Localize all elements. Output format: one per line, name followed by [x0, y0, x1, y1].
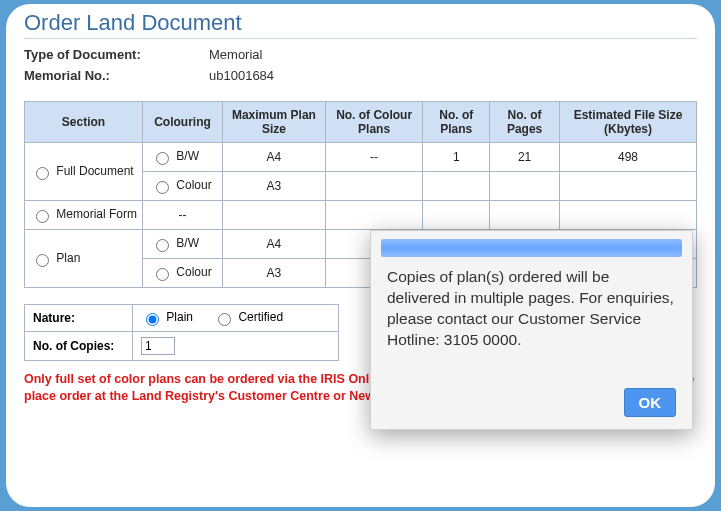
fulldoc-bw-size: 498 [560, 143, 697, 172]
options-table: Nature: Plain Certified No. of Copies: [24, 304, 339, 361]
meta-memno-row: Memorial No.: ub1001684 [24, 68, 697, 83]
fulldoc-bw-label: B/W [176, 149, 199, 163]
dialog-title-bar[interactable] [381, 239, 682, 257]
fulldoc-colour-size [560, 172, 697, 201]
fulldoc-colour-colour-plans [325, 172, 423, 201]
page-title: Order Land Document [24, 10, 697, 39]
meta-type-value: Memorial [209, 47, 262, 62]
plan-bw-label: B/W [176, 236, 199, 250]
order-land-document-panel: Order Land Document Type of Document: Me… [6, 4, 715, 507]
nature-plain-label: Plain [166, 310, 193, 324]
nature-plain-radio[interactable] [146, 313, 159, 326]
col-no-plans: No. of Plans [423, 102, 490, 143]
nature-label: Nature: [25, 305, 133, 332]
fulldoc-bw-plans: 1 [423, 143, 490, 172]
fulldoc-colour-radio[interactable] [156, 181, 169, 194]
col-no-colour-plans: No. of Colour Plans [325, 102, 423, 143]
section-memorial-form-label: Memorial Form [56, 207, 137, 221]
plan-colour-label: Colour [176, 265, 211, 279]
plan-bw-radio[interactable] [156, 239, 169, 252]
memform-plans [423, 201, 490, 230]
memform-colour-plans [325, 201, 423, 230]
memform-colouring: -- [143, 201, 223, 230]
section-full-document-label: Full Document [56, 164, 133, 178]
plan-colour-radio[interactable] [156, 268, 169, 281]
plan-colour-max: A3 [223, 259, 326, 288]
section-full-document-radio[interactable] [36, 167, 49, 180]
nature-certified-label: Certified [238, 310, 283, 324]
section-plan-label: Plan [56, 251, 80, 265]
col-max-plan-size: Maximum Plan Size [223, 102, 326, 143]
fulldoc-colour-max: A3 [223, 172, 326, 201]
fulldoc-bw-colour-plans: -- [325, 143, 423, 172]
col-est-size: Estimated File Size (Kbytes) [560, 102, 697, 143]
fulldoc-bw-max: A4 [223, 143, 326, 172]
fulldoc-colour-plans [423, 172, 490, 201]
plan-bw-max: A4 [223, 230, 326, 259]
fulldoc-bw-radio[interactable] [156, 152, 169, 165]
meta-type-row: Type of Document: Memorial [24, 47, 697, 62]
fulldoc-bw-pages: 21 [490, 143, 560, 172]
col-no-pages: No. of Pages [490, 102, 560, 143]
meta-type-label: Type of Document: [24, 47, 209, 62]
meta-memno-label: Memorial No.: [24, 68, 209, 83]
info-dialog: Copies of plan(s) ordered will be delive… [370, 230, 693, 430]
copies-row: No. of Copies: [25, 332, 339, 361]
nature-row: Nature: Plain Certified [25, 305, 339, 332]
table-row: Memorial Form -- [25, 201, 697, 230]
memform-pages [490, 201, 560, 230]
fulldoc-colour-pages [490, 172, 560, 201]
col-colouring: Colouring [143, 102, 223, 143]
ok-button[interactable]: OK [624, 388, 677, 417]
memform-max [223, 201, 326, 230]
section-memorial-form-radio[interactable] [36, 210, 49, 223]
copies-label: No. of Copies: [25, 332, 133, 361]
table-row: Full Document B/W A4 -- 1 21 498 [25, 143, 697, 172]
dialog-message: Copies of plan(s) ordered will be delive… [381, 267, 682, 351]
nature-certified-radio[interactable] [218, 313, 231, 326]
memform-size [560, 201, 697, 230]
fulldoc-colour-label: Colour [176, 178, 211, 192]
col-section: Section [25, 102, 143, 143]
meta-memno-value: ub1001684 [209, 68, 274, 83]
copies-input[interactable] [141, 337, 175, 355]
section-plan-radio[interactable] [36, 254, 49, 267]
